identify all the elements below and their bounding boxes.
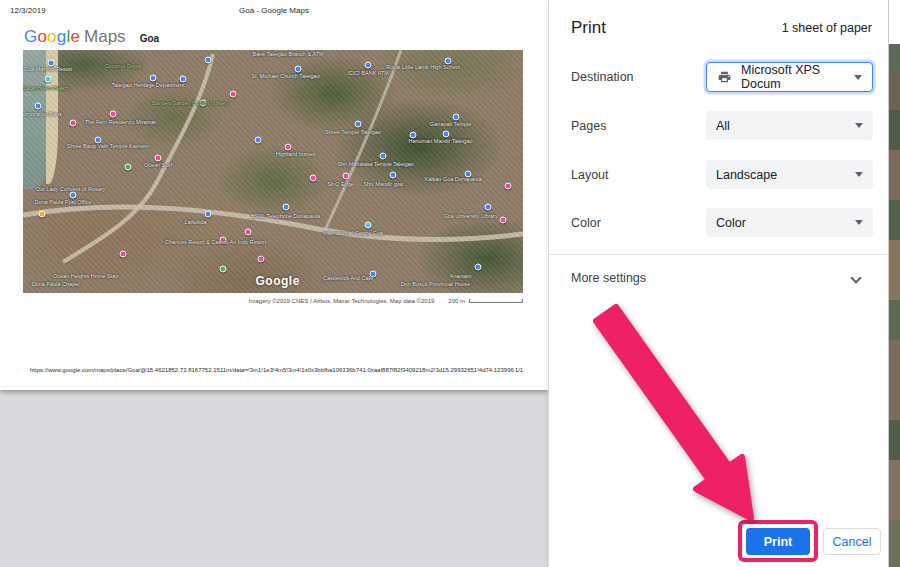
- pages-value: All: [716, 119, 849, 133]
- map-label: BSNL Telephone Donapaula: [251, 213, 320, 219]
- map-label: Royal Little Lamb High School: [386, 64, 460, 70]
- google-logo-letter: g: [57, 27, 67, 46]
- map-label: Larkolida: [184, 219, 206, 225]
- print-header-doc-title: Goa - Google Maps: [0, 6, 548, 15]
- map-pin: [342, 173, 349, 180]
- pages-dropdown[interactable]: All: [706, 111, 873, 140]
- more-settings-toggle[interactable]: More settings: [549, 265, 888, 293]
- map-scale-bar: [469, 299, 523, 303]
- map-label: Dona Paula Post Office: [34, 199, 91, 205]
- map-pin: [45, 76, 52, 83]
- maps-wordmark: Maps: [84, 27, 126, 47]
- map-pin: [35, 102, 42, 109]
- map-pin: [452, 113, 459, 120]
- map-label: Caranzalem Beach: [23, 85, 69, 91]
- map-label: Bank Taleigao Branch & ATM: [252, 51, 323, 57]
- destination-label: Destination: [571, 70, 634, 84]
- map-attribution-text: Imagery ©2019 CNES / Airbus, Maxar Techn…: [249, 298, 435, 304]
- color-label: Color: [571, 216, 601, 230]
- google-logo-letter: o: [47, 27, 57, 46]
- map-scale: 200 m: [448, 298, 523, 304]
- color-dropdown[interactable]: Color: [706, 208, 873, 237]
- satellite-map-image: Google Goa Marriott ResortCaranzalem Bea…: [23, 50, 523, 293]
- google-logo-wordmark: Google: [24, 27, 80, 47]
- chevron-down-icon: [850, 272, 861, 283]
- chevron-down-icon: [855, 123, 863, 128]
- map-pin: [355, 121, 362, 128]
- map-pin: [282, 203, 289, 210]
- map-pin: [485, 203, 492, 210]
- map-label: Ganapati Temple: [430, 121, 471, 127]
- print-button[interactable]: Print: [746, 528, 810, 555]
- map-label: Kalkan Goa Donapaula: [425, 176, 482, 182]
- layout-dropdown[interactable]: Landscape: [706, 160, 873, 189]
- map-label: Ocean Heights Home Stay: [53, 273, 118, 279]
- map-pin: [257, 255, 264, 262]
- map-label: Bandes Garden & plant nursery: [152, 100, 229, 106]
- map-pin: [110, 111, 117, 118]
- map-pin: [220, 265, 227, 272]
- map-pin: [70, 191, 77, 198]
- map-label: Shree Baug Vath Temple Kavnem: [67, 143, 149, 149]
- map-pin: [285, 143, 292, 150]
- map-pin: [505, 183, 512, 190]
- map-pin: [70, 119, 77, 126]
- map-pin: [39, 211, 46, 218]
- map-label: SinQ Edge: [327, 181, 354, 187]
- map-label: St. Michael Church Taleigao: [251, 73, 319, 79]
- chevron-down-icon: [855, 220, 863, 225]
- map-pin: [255, 136, 262, 143]
- chevron-down-icon: [854, 75, 862, 80]
- print-preview-page: 12/3/2019 Goa - Google Maps Google Maps …: [0, 0, 548, 390]
- map-label: Dona Paula Chapel: [32, 281, 80, 287]
- google-logo-letter: G: [24, 27, 37, 46]
- map-label: Chances Resort & Casino An Indy Resort: [165, 239, 266, 245]
- more-settings-label: More settings: [571, 271, 646, 285]
- map-label: Highland homes: [276, 151, 316, 157]
- print-footer-page-indicator: 1/1: [515, 367, 523, 373]
- map-label: Taleigao Heritage Department: [111, 82, 184, 88]
- map-pin: [150, 74, 157, 81]
- layout-value: Landscape: [716, 168, 849, 182]
- map-pin: [475, 264, 482, 271]
- map-pin: [245, 229, 252, 236]
- map-label: Anantam: [449, 273, 471, 279]
- map-pin: [365, 221, 372, 228]
- google-logo-letter: o: [37, 27, 47, 46]
- map-label: Goa Marriott Resort: [24, 66, 72, 72]
- map-label: Castlerock And Cafe: [323, 275, 373, 281]
- map-roads: [23, 50, 523, 293]
- map-label: ICICI BANK ATM: [347, 70, 388, 76]
- map-label: Corporation Bank: [23, 111, 62, 117]
- printer-icon: [717, 70, 732, 84]
- map-label: Don Bosco Provincial House: [401, 281, 471, 287]
- print-dialog-screen: 12/3/2019 Goa - Google Maps Google Maps …: [0, 0, 900, 567]
- map-label: Shri Mahalasa Temple Taleigao: [337, 161, 413, 167]
- print-settings-panel: Print 1 sheet of paper Destination Micro…: [548, 0, 888, 567]
- map-pin: [500, 217, 507, 224]
- map-pin: [390, 172, 397, 179]
- map-pin: [310, 174, 317, 181]
- map-pin: [205, 56, 212, 63]
- destination-dropdown[interactable]: Microsoft XPS Docum: [706, 62, 873, 92]
- map-pin: [230, 90, 237, 97]
- layout-label: Layout: [571, 168, 609, 182]
- map-label: International Centre Goa: [323, 230, 383, 236]
- pages-label: Pages: [571, 119, 606, 133]
- map-label: Coconut Grove: [105, 63, 142, 69]
- color-value: Color: [716, 216, 849, 230]
- map-search-query: Goa: [140, 33, 159, 44]
- map-pin: [155, 155, 162, 162]
- map-label: Hanuman Mandir Taleigao: [408, 138, 472, 144]
- map-pin: [442, 130, 449, 137]
- google-map-watermark: Google: [256, 274, 300, 288]
- map-scale-label: 200 m: [448, 298, 465, 304]
- map-label: The Fern Residency Miramar: [85, 119, 156, 125]
- google-maps-logo: Google Maps Goa: [24, 27, 159, 47]
- map-attribution: Imagery ©2019 CNES / Airbus, Maxar Techn…: [249, 298, 523, 304]
- sheet-count-label: 1 sheet of paper: [782, 21, 872, 35]
- destination-value: Microsoft XPS Docum: [741, 63, 848, 91]
- map-label: Our Lady Convent of Rosary: [36, 186, 106, 192]
- cancel-button[interactable]: Cancel: [823, 528, 881, 555]
- google-logo-letter: e: [70, 27, 80, 46]
